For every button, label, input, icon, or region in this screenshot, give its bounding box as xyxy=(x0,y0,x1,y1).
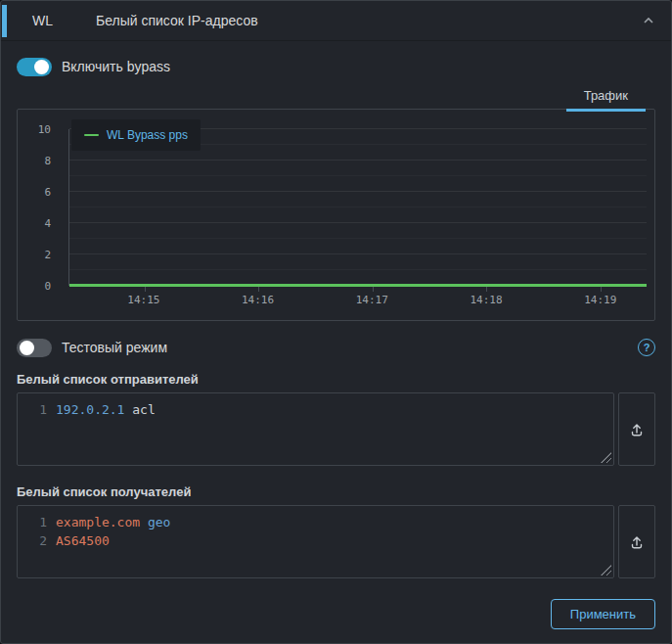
line-number: 1 xyxy=(18,513,47,531)
tab-traffic-label: Трафик xyxy=(584,88,628,103)
senders-editor[interactable]: 1192.0.2.1 acl xyxy=(17,392,614,466)
legend-series-name: WL Bypass pps xyxy=(107,128,188,142)
chart-legend[interactable]: WL Bypass pps xyxy=(71,119,201,151)
panel-body: Включить bypass Трафик 0246810 WL Bypass… xyxy=(1,41,671,629)
gridline xyxy=(69,222,647,223)
tab-traffic[interactable]: Трафик xyxy=(566,81,646,110)
code-line: 2AS64500 xyxy=(18,531,613,550)
upload-icon xyxy=(629,534,645,550)
traffic-chart: 0246810 WL Bypass pps 14:1514:1614:1714:… xyxy=(17,109,655,321)
code-token: 192.0.2.1 xyxy=(56,402,124,417)
resize-handle[interactable] xyxy=(601,565,611,575)
chart-plot-wrap: 0246810 WL Bypass pps xyxy=(18,129,654,286)
panel-badge: WL xyxy=(32,13,53,28)
x-tick-label: 14:19 xyxy=(584,294,616,306)
resize-handle[interactable] xyxy=(601,452,611,463)
y-tick-label: 2 xyxy=(44,249,51,261)
toggle-knob xyxy=(20,341,34,355)
code-token: AS64500 xyxy=(56,533,110,548)
test-mode-row: Тестовый режим ? xyxy=(17,337,655,358)
code-token: geo xyxy=(148,515,170,529)
y-tick-label: 8 xyxy=(44,155,51,167)
gridline xyxy=(69,191,647,192)
code-line: 1192.0.2.1 acl xyxy=(18,400,613,419)
whitelist-panel: WL Белый список IP-адресов Включить bypa… xyxy=(0,0,672,644)
recipients-editor[interactable]: 1example.com geo2AS64500 xyxy=(17,505,614,578)
x-tick-label: 14:15 xyxy=(127,294,159,306)
gridline xyxy=(69,238,647,239)
recipients-editor-row: 1example.com geo2AS64500 xyxy=(17,505,655,578)
test-mode-toggle[interactable] xyxy=(17,339,52,357)
senders-label: Белый список отправителей xyxy=(17,372,655,387)
gridline xyxy=(69,175,647,176)
bypass-toggle-row: Включить bypass xyxy=(17,56,655,77)
panel-header[interactable]: WL Белый список IP-адресов xyxy=(1,1,671,41)
toggle-knob xyxy=(34,60,49,74)
line-number: 2 xyxy=(18,531,47,550)
bypass-toggle-label: Включить bypass xyxy=(62,59,170,74)
y-tick-label: 4 xyxy=(44,217,51,230)
x-axis-labels: 14:1514:1614:1714:1814:19 xyxy=(68,286,647,317)
code-line: 1example.com geo xyxy=(18,513,613,531)
footer: Применить xyxy=(17,599,655,629)
apply-button[interactable]: Применить xyxy=(551,599,655,629)
chart-plot-area[interactable]: WL Bypass pps xyxy=(68,129,647,286)
panel-title: Белый список IP-адресов xyxy=(96,13,258,28)
senders-upload-button[interactable] xyxy=(618,392,655,466)
gridline xyxy=(69,269,647,270)
y-tick-label: 6 xyxy=(44,186,51,199)
y-axis-labels: 0246810 xyxy=(18,129,61,286)
x-tick-label: 14:18 xyxy=(470,294,502,306)
test-mode-toggle-label: Тестовый режим xyxy=(62,340,167,355)
code-token: acl xyxy=(132,402,155,417)
senders-editor-row: 1192.0.2.1 acl xyxy=(17,392,655,466)
series-line xyxy=(69,284,647,287)
line-number: 1 xyxy=(18,400,47,419)
upload-icon xyxy=(629,422,645,437)
code-text: AS64500 xyxy=(56,531,110,550)
bypass-toggle[interactable] xyxy=(17,58,52,76)
y-tick-label: 10 xyxy=(38,123,51,136)
collapse-chevron-icon[interactable] xyxy=(642,14,655,27)
recipients-label: Белый список получателей xyxy=(17,484,655,499)
help-icon[interactable]: ? xyxy=(638,339,655,356)
gridline xyxy=(69,160,647,161)
code-token: example.com xyxy=(56,515,140,529)
tabbar: Трафик xyxy=(17,81,655,110)
help-icon-glyph: ? xyxy=(644,342,650,353)
code-text: 192.0.2.1 acl xyxy=(56,400,156,419)
y-tick-label: 0 xyxy=(44,280,51,293)
gridline xyxy=(69,207,647,207)
code-text: example.com geo xyxy=(56,513,170,531)
recipients-upload-button[interactable] xyxy=(618,505,655,578)
legend-line-swatch xyxy=(84,134,99,136)
gridline xyxy=(69,253,647,254)
accent-bar xyxy=(2,5,7,37)
x-tick-label: 14:17 xyxy=(356,294,388,306)
x-tick-label: 14:16 xyxy=(242,294,274,306)
